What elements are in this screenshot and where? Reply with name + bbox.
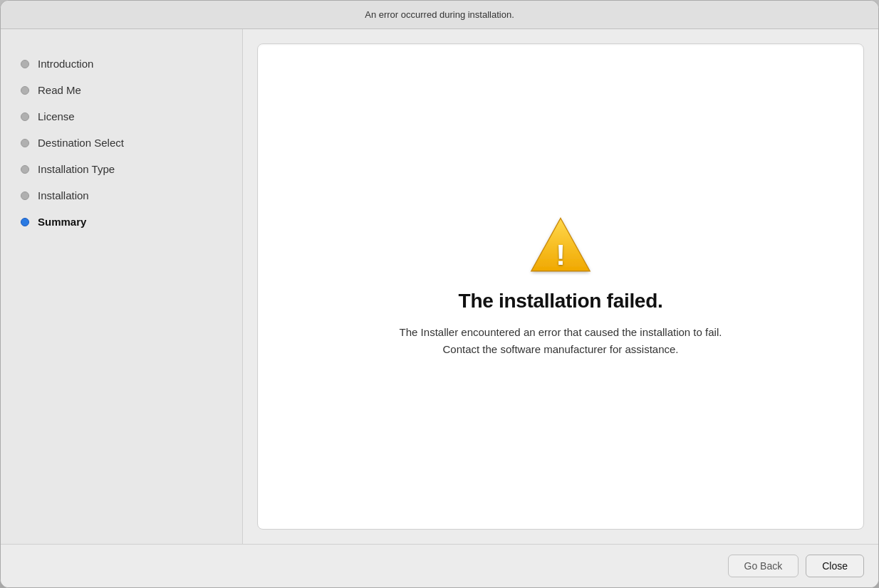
go-back-button[interactable]: Go Back bbox=[728, 555, 799, 577]
sidebar-item-summary[interactable]: Summary bbox=[15, 209, 228, 235]
warning-icon: ! bbox=[529, 215, 593, 275]
dot-introduction bbox=[21, 60, 29, 68]
sidebar-item-label: License bbox=[38, 110, 75, 122]
sidebar-item-installation[interactable]: Installation bbox=[15, 182, 228, 209]
sidebar-item-label: Destination Select bbox=[38, 137, 124, 149]
sidebar-item-label: Introduction bbox=[38, 58, 93, 70]
sidebar-item-license[interactable]: License bbox=[15, 103, 228, 130]
content-area: ! The installation failed. The Installer… bbox=[243, 29, 878, 544]
dot-read-me bbox=[21, 86, 29, 95]
dot-installation-type bbox=[21, 165, 29, 174]
title-bar: An error occurred during installation. bbox=[1, 1, 878, 29]
installer-window: An error occurred during installation. I… bbox=[0, 0, 879, 588]
sidebar-item-installation-type[interactable]: Installation Type bbox=[15, 156, 228, 182]
content-panel: ! The installation failed. The Installer… bbox=[257, 43, 864, 530]
sidebar-item-label: Installation Type bbox=[38, 163, 115, 175]
title-text: An error occurred during installation. bbox=[365, 9, 514, 20]
close-button[interactable]: Close bbox=[806, 555, 864, 577]
main-content: Introduction Read Me License Destination… bbox=[1, 29, 878, 544]
svg-text:!: ! bbox=[556, 238, 566, 271]
sidebar-item-label: Installation bbox=[38, 189, 89, 201]
sidebar-item-read-me[interactable]: Read Me bbox=[15, 77, 228, 103]
dot-installation bbox=[21, 191, 29, 200]
sidebar-item-introduction[interactable]: Introduction bbox=[15, 51, 228, 77]
sidebar-item-destination-select[interactable]: Destination Select bbox=[15, 130, 228, 156]
failure-title: The installation failed. bbox=[459, 290, 663, 313]
footer: Go Back Close bbox=[1, 544, 878, 587]
dot-destination-select bbox=[21, 139, 29, 147]
sidebar-item-label: Read Me bbox=[38, 84, 81, 96]
failure-description: The Installer encountered an error that … bbox=[390, 324, 732, 358]
dot-license bbox=[21, 112, 29, 121]
sidebar: Introduction Read Me License Destination… bbox=[1, 29, 243, 544]
dot-summary bbox=[21, 218, 29, 226]
sidebar-item-label: Summary bbox=[38, 216, 86, 228]
